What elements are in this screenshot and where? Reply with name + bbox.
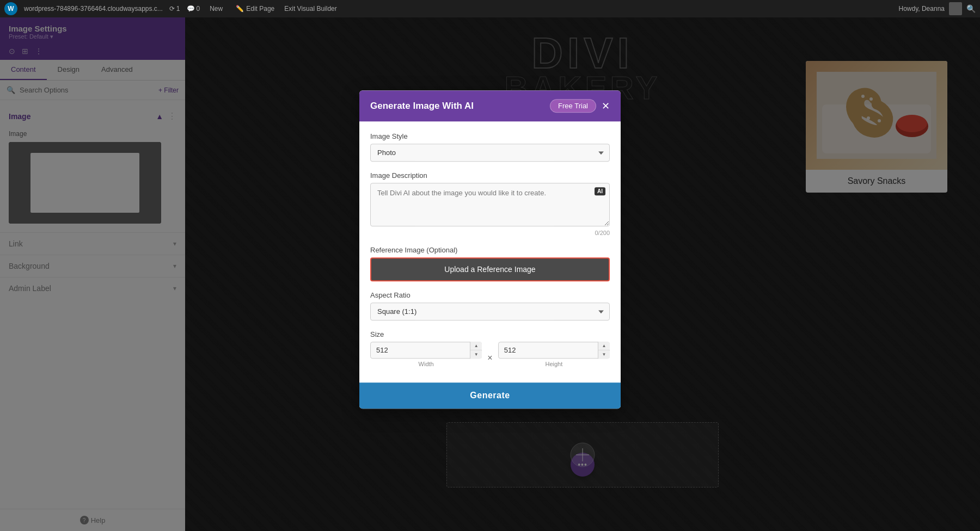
width-input[interactable] [370,342,482,359]
search-icon[interactable]: 🔍 [966,4,976,13]
modal-header-right: Free Trial ✕ [550,99,610,113]
textarea-wrapper: AI [370,183,610,229]
height-input-wrapper: ▲ ▼ [498,342,610,359]
height-spin-down[interactable]: ▼ [598,350,610,359]
image-description-textarea[interactable] [370,183,610,226]
width-spin-up[interactable]: ▲ [470,342,482,350]
height-field: ▲ ▼ Height [498,342,610,367]
size-group: Size ▲ ▼ Width × [370,330,610,367]
modal-header: Generate Image With AI Free Trial ✕ [359,90,621,121]
admin-bar: W wordpress-784896-3766464.cloudwaysapps… [0,0,980,17]
admin-bar-right: Howdy, Deanna 🔍 [899,2,976,15]
howdy-text: Howdy, Deanna [899,5,945,13]
char-count: 0/200 [370,230,610,236]
height-spin-up[interactable]: ▲ [598,342,610,350]
exit-builder-button[interactable]: Exit Visual Builder [284,5,337,13]
reference-image-group: Reference Image (Optional) Upload a Refe… [370,246,610,281]
comments-icon: 💬 0 [187,5,200,13]
wp-logo-icon[interactable]: W [4,2,17,15]
image-style-label: Image Style [370,132,610,140]
width-spin-down[interactable]: ▼ [470,350,482,359]
modal-body: Image Style Photo Image Description AI 0… [359,121,621,382]
image-style-group: Image Style Photo [370,132,610,162]
pencil-icon: ✏️ [236,5,244,13]
generate-image-modal: Generate Image With AI Free Trial ✕ Imag… [359,90,621,409]
width-spinners: ▲ ▼ [470,342,482,359]
reference-image-label: Reference Image (Optional) [370,246,610,254]
width-input-wrapper: ▲ ▼ [370,342,482,359]
aspect-ratio-label: Aspect Ratio [370,291,610,299]
new-button[interactable]: New [206,4,226,14]
width-label: Width [370,361,482,367]
image-description-group: Image Description AI 0/200 [370,171,610,236]
height-spinners: ▲ ▼ [598,342,610,359]
size-cross-icon: × [487,353,492,363]
admin-bar-left: W wordpress-784896-3766464.cloudwaysapps… [4,2,895,15]
image-style-select[interactable]: Photo [370,144,610,162]
site-url: wordpress-784896-3766464.cloudwaysapps.c… [24,5,163,13]
upload-reference-button[interactable]: Upload a Reference Image [370,257,610,281]
image-description-label: Image Description [370,171,610,180]
height-label: Height [498,361,610,367]
free-trial-badge: Free Trial [550,99,596,113]
size-row: ▲ ▼ Width × ▲ ▼ Height [370,342,610,367]
modal-title: Generate Image With AI [370,101,474,112]
size-label: Size [370,330,610,338]
avatar [949,2,962,15]
counter-icon: ⟳ 1 [169,5,180,13]
aspect-ratio-group: Aspect Ratio Square (1:1) [370,291,610,320]
aspect-ratio-select[interactable]: Square (1:1) [370,302,610,320]
ai-badge: AI [595,187,605,195]
generate-button[interactable]: Generate [359,382,621,409]
height-input[interactable] [498,342,610,359]
edit-page-button[interactable]: ✏️ Edit Page [232,4,278,14]
modal-close-button[interactable]: ✕ [602,100,610,112]
width-field: ▲ ▼ Width [370,342,482,367]
